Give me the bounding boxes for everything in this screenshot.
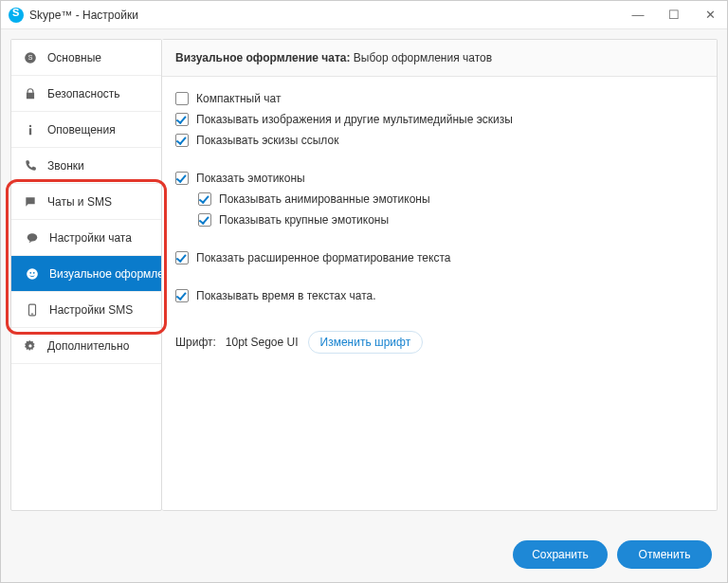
svg-rect-3 <box>29 128 31 135</box>
svg-point-4 <box>27 233 38 241</box>
svg-point-2 <box>29 124 31 126</box>
sidebar-item-general[interactable]: S Основные <box>11 40 161 76</box>
sidebar-item-notifications[interactable]: Оповещения <box>11 112 161 148</box>
sidebar-item-label: Настройки чата <box>49 231 132 245</box>
skype-icon: S <box>23 50 38 65</box>
sidebar-item-visual-appearance[interactable]: Визуальное оформле... <box>11 256 161 292</box>
sidebar-item-calls[interactable]: Звонки <box>11 148 161 184</box>
sidebar-item-security[interactable]: Безопасность <box>11 76 161 112</box>
minimize-button[interactable]: — <box>628 6 647 25</box>
sidebar-item-label: Оповещения <box>47 123 116 137</box>
check-show-time[interactable]: Показывать время в текстах чата. <box>175 289 703 302</box>
sidebar-item-label: Настройки SMS <box>49 303 133 317</box>
checkbox-icon <box>175 251 189 264</box>
check-rich-text[interactable]: Показать расширенное форматирование текс… <box>175 251 703 264</box>
lock-icon <box>23 86 38 101</box>
header-title-rest: Выбор оформления чатов <box>351 51 493 64</box>
sidebar-item-chats-sms[interactable]: Чаты и SMS <box>11 184 161 220</box>
message-icon <box>25 230 40 246</box>
checkbox-icon <box>175 113 189 126</box>
check-label: Показать эмотиконы <box>196 172 305 185</box>
header-title-bold: Визуальное оформление чата: <box>175 51 351 64</box>
check-link-thumbs[interactable]: Показывать эскизы ссылок <box>175 134 703 147</box>
chat-icon <box>23 194 38 210</box>
check-compact[interactable]: Компактный чат <box>175 92 703 105</box>
footer: Сохранить Отменить <box>1 527 727 582</box>
content-panel: Визуальное оформление чата: Выбор оформл… <box>162 39 718 511</box>
content-body: Компактный чат Показывать изображения и … <box>162 77 717 510</box>
svg-point-5 <box>27 268 38 280</box>
save-button[interactable]: Сохранить <box>513 540 608 569</box>
window-title: Skype™ - Настройки <box>29 9 628 22</box>
checkbox-icon <box>198 192 211 206</box>
checkbox-icon <box>175 134 189 147</box>
body: S Основные Безопасность Оповещения <box>1 29 727 527</box>
check-label: Показывать эскизы ссылок <box>196 134 338 147</box>
content-header: Визуальное оформление чата: Выбор оформл… <box>162 40 717 77</box>
checkbox-icon <box>198 213 211 227</box>
check-label: Показывать анимированные эмотиконы <box>219 192 430 206</box>
sidebar-item-label: Безопасность <box>47 87 120 100</box>
check-label: Компактный чат <box>196 92 281 105</box>
sms-icon <box>25 302 40 318</box>
sidebar-wrap: S Основные Безопасность Оповещения <box>10 39 162 527</box>
svg-point-7 <box>33 271 35 273</box>
sidebar-item-label: Визуальное оформле... <box>49 267 161 281</box>
close-button[interactable]: ✕ <box>701 6 719 25</box>
settings-window: Skype™ - Настройки — ☐ ✕ S Основные <box>0 0 728 583</box>
svg-text:S: S <box>28 54 33 61</box>
checkbox-icon <box>175 289 189 302</box>
titlebar: Skype™ - Настройки — ☐ ✕ <box>1 1 727 29</box>
checkbox-icon <box>175 92 189 105</box>
skype-logo-icon <box>9 8 24 23</box>
font-label: Шрифт: <box>175 336 216 349</box>
check-emoticons[interactable]: Показать эмотиконы <box>175 172 703 185</box>
sidebar-item-sms-settings[interactable]: Настройки SMS <box>11 292 161 328</box>
sidebar-item-label: Основные <box>47 51 101 64</box>
maximize-button[interactable]: ☐ <box>664 6 683 25</box>
svg-point-6 <box>29 271 31 273</box>
check-label: Показывать время в текстах чата. <box>196 289 376 302</box>
sidebar: S Основные Безопасность Оповещения <box>10 39 162 511</box>
sidebar-item-chat-settings[interactable]: Настройки чата <box>11 220 161 256</box>
check-show-images[interactable]: Показывать изображения и другие мультиме… <box>175 113 703 126</box>
font-value: 10pt Segoe UI <box>226 336 299 349</box>
check-big-emoticons[interactable]: Показывать крупные эмотиконы <box>198 213 703 227</box>
checkbox-icon <box>175 172 189 185</box>
phone-icon <box>23 158 38 173</box>
smiley-icon <box>25 266 40 282</box>
sidebar-item-advanced[interactable]: Дополнительно <box>11 328 161 364</box>
check-label: Показать расширенное форматирование текс… <box>196 251 450 264</box>
cancel-button[interactable]: Отменить <box>617 540 712 569</box>
sidebar-item-label: Звонки <box>47 159 84 173</box>
window-buttons: — ☐ ✕ <box>628 6 719 25</box>
check-anim-emoticons[interactable]: Показывать анимированные эмотиконы <box>198 192 703 206</box>
check-label: Показывать крупные эмотиконы <box>219 213 389 227</box>
gear-icon <box>23 338 38 354</box>
font-row: Шрифт: 10pt Segoe UI Изменить шрифт <box>175 331 703 354</box>
info-icon <box>23 122 38 137</box>
check-label: Показывать изображения и другие мультиме… <box>196 113 513 126</box>
change-font-button[interactable]: Изменить шрифт <box>308 331 424 354</box>
sidebar-item-label: Чаты и SMS <box>47 195 112 209</box>
sidebar-item-label: Дополнительно <box>47 339 129 353</box>
